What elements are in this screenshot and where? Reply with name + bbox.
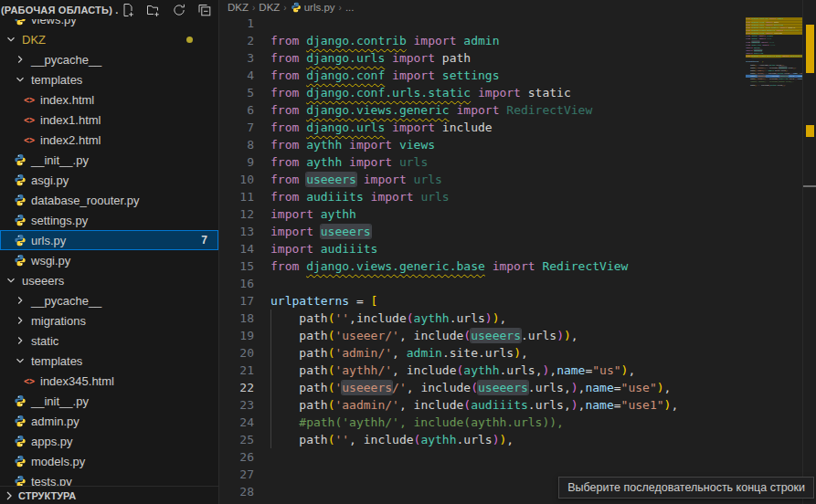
code-line-26[interactable]: 26 <box>220 448 746 466</box>
breadcrumb-item[interactable]: ... <box>345 2 355 13</box>
tree-item-index2-html[interactable]: <>index2.html <box>0 130 218 150</box>
overview-ruler[interactable] <box>802 0 816 504</box>
code-line-16[interactable]: 16 <box>220 275 746 292</box>
code-area[interactable]: 1 2from django.contrib import admin3from… <box>220 15 746 504</box>
line-number[interactable]: 5 <box>220 84 254 101</box>
code-line-22[interactable]: 22 path('useeers/', include(useeers.urls… <box>220 379 746 396</box>
explorer-section-header[interactable]: (РАБОЧАЯ ОБЛАСТЬ) ... <box>0 0 218 19</box>
line-number[interactable]: 8 <box>220 136 254 153</box>
line-number[interactable]: 23 <box>220 396 254 414</box>
tree-item-templates[interactable]: templates <box>0 69 218 89</box>
tree-item-index345-html[interactable]: <>index345.html <box>0 371 218 391</box>
code-line-2[interactable]: 2from django.contrib import admin <box>220 32 746 49</box>
outline-section-header[interactable]: СТРУКТУРА <box>0 486 218 504</box>
line-number[interactable]: 10 <box>220 171 254 188</box>
code-line-1[interactable]: 1 <box>220 15 746 32</box>
tree-item-database-roouter-py[interactable]: database_roouter.py <box>0 190 218 210</box>
tree-item-static[interactable]: static <box>0 331 218 351</box>
code-line-4[interactable]: 4from django.conf import settings <box>220 67 746 84</box>
line-number[interactable]: 25 <box>220 431 254 448</box>
code-line-12[interactable]: 12import aythh <box>220 205 746 223</box>
tree-item-wsgi-py[interactable]: wsgi.py <box>0 250 218 270</box>
tree-item-migrations[interactable]: migrations <box>0 310 218 331</box>
code-line-9[interactable]: 9from aythh import urls <box>220 153 746 171</box>
code-line-7[interactable]: 7from django.urls import include <box>220 119 746 136</box>
line-content: from django.views.generic import Redirec… <box>270 101 592 119</box>
code-line-19[interactable]: 19 path('useeer/', include(useeers.urls)… <box>220 327 746 344</box>
tree-item-DKZ[interactable]: DKZ <box>0 29 218 49</box>
line-number[interactable]: 28 <box>220 483 254 500</box>
line-number[interactable]: 26 <box>220 448 254 466</box>
line-number[interactable]: 12 <box>220 205 254 223</box>
code-line-24[interactable]: 24 #path('aythh/', include(aythh.urls)), <box>220 414 746 431</box>
tree-item-asgi-py[interactable]: asgi.py <box>0 170 218 190</box>
code-line-3[interactable]: 3from django.urls import path <box>220 49 746 67</box>
code-line-17[interactable]: 17urlpatterns = [ <box>220 292 746 310</box>
line-number[interactable]: 18 <box>220 310 254 327</box>
line-number[interactable]: 9 <box>220 153 254 171</box>
html-icon: <> <box>24 135 35 145</box>
code-line-23[interactable]: 23 path('aadmin/', include(audiiits.urls… <box>220 396 746 414</box>
new-file-icon[interactable] <box>118 1 138 19</box>
code-line-5[interactable]: 5from django.conf.urls.static import sta… <box>220 84 746 101</box>
tree-item--pycache-[interactable]: __pycache__ <box>0 290 218 310</box>
code-line-14[interactable]: 14import audiiits <box>220 240 746 257</box>
tree-item-templates[interactable]: templates <box>0 351 218 371</box>
line-number[interactable]: 3 <box>220 49 254 67</box>
line-number[interactable]: 14 <box>220 240 254 257</box>
line-number[interactable]: 6 <box>220 101 254 119</box>
tree-item-urls-py[interactable]: urls.py7 <box>0 230 218 250</box>
tree-item-models-py[interactable]: models.py <box>0 451 218 471</box>
line-content <box>270 483 278 500</box>
tree-item--init-py[interactable]: __init__.py <box>0 150 218 170</box>
tree-item-label: templates <box>31 73 82 87</box>
tree-item--pycache-[interactable]: __pycache__ <box>0 49 218 69</box>
tree-item-apps-py[interactable]: apps.py <box>0 431 218 451</box>
code-line-21[interactable]: 21 path('aythh/', include(aythh.urls,),n… <box>220 362 746 379</box>
line-number[interactable]: 22 <box>220 379 254 396</box>
line-content: from django.urls import path <box>270 49 471 67</box>
code-line-15[interactable]: 15from django.views.generic.base import … <box>220 257 746 275</box>
breadcrumb-item[interactable]: DKZ <box>259 2 280 13</box>
line-number[interactable]: 2 <box>220 32 254 49</box>
code-line-10[interactable]: 10from useeers import urls <box>220 171 746 188</box>
line-content: path('useeers/', include(useeers.urls,),… <box>270 379 671 396</box>
tree-item-admin-py[interactable]: admin.py <box>0 411 218 431</box>
line-number[interactable]: 21 <box>220 362 254 379</box>
code-line-6[interactable]: 6from django.views.generic import Redire… <box>220 101 746 119</box>
line-number[interactable]: 11 <box>220 188 254 205</box>
line-number[interactable]: 15 <box>220 257 254 275</box>
line-number[interactable]: 20 <box>220 344 254 362</box>
line-number[interactable]: 13 <box>220 223 254 240</box>
minimap[interactable]: from django.contrib import adminfrom dja… <box>746 15 802 307</box>
breadcrumb-item[interactable]: urls.py <box>291 2 335 13</box>
code-line-20[interactable]: 20 path('admin/', admin.site.urls), <box>220 344 746 362</box>
line-number[interactable]: 17 <box>220 292 254 310</box>
line-content: path('aythh/', include(aythh.urls,),name… <box>270 362 635 379</box>
new-folder-icon[interactable] <box>143 1 164 19</box>
tree-item-label: index1.html <box>40 113 101 127</box>
tree-item-settings-py[interactable]: settings.py <box>0 210 218 230</box>
tree-item--init-py[interactable]: __init__.py <box>0 391 218 411</box>
code-line-8[interactable]: 8from aythh import views <box>220 136 746 153</box>
python-icon <box>14 194 26 206</box>
line-number[interactable]: 7 <box>220 119 254 136</box>
code-line-25[interactable]: 25 path('', include(aythh.urls)), <box>220 431 746 448</box>
tree-item-useeers[interactable]: useeers <box>0 270 218 290</box>
line-number[interactable]: 16 <box>220 275 254 292</box>
tree-item-index1-html[interactable]: <>index1.html <box>0 110 218 130</box>
ruler-mark <box>806 25 814 73</box>
line-number[interactable]: 1 <box>220 15 254 32</box>
tree-item-index-html[interactable]: <>index.html <box>0 89 218 110</box>
code-line-18[interactable]: 18 path('',include(aythh.urls)), <box>220 310 746 327</box>
line-number[interactable]: 24 <box>220 414 254 431</box>
refresh-icon[interactable] <box>169 1 189 19</box>
line-number[interactable]: 4 <box>220 67 254 84</box>
line-number[interactable]: 19 <box>220 327 254 344</box>
chevron-down-icon <box>14 354 26 367</box>
code-line-11[interactable]: 11from audiiits import urls <box>220 188 746 205</box>
code-line-13[interactable]: 13import useeers <box>220 223 746 240</box>
breadcrumb-item[interactable]: DKZ <box>228 2 249 13</box>
line-number[interactable]: 27 <box>220 466 254 483</box>
collapse-all-icon[interactable] <box>195 1 215 19</box>
